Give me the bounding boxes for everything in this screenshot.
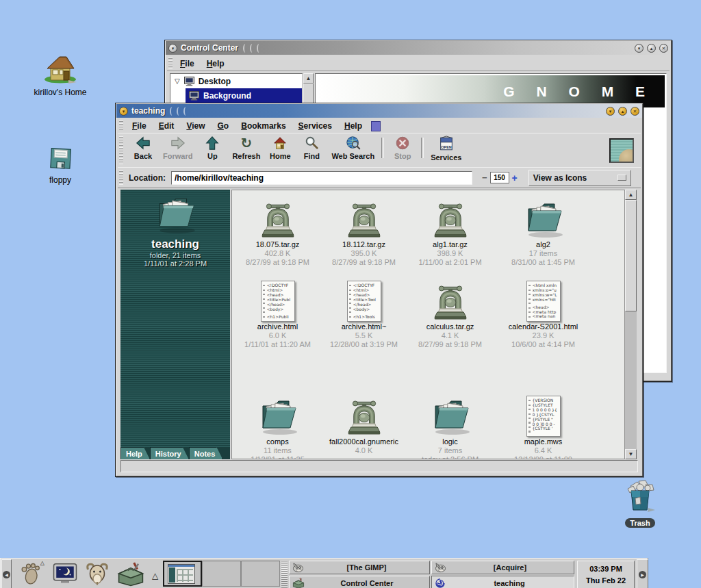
file-item[interactable]: 18.075.tar.gz 402.8 K 8/27/99 at 9:18 PM <box>235 197 320 267</box>
wilber-icon <box>435 563 446 573</box>
file-item[interactable]: <!DOCTYF <html> <head> <title>Tool </hea… <box>321 279 407 349</box>
menu-file[interactable]: File <box>126 119 153 133</box>
file-item[interactable]: <!DOCTYF <html> <head> <title>Publ </hea… <box>235 279 320 349</box>
maximize-button[interactable]: ▴ <box>618 107 627 116</box>
shade-button[interactable]: ▾ <box>635 44 643 53</box>
scroll-thumb[interactable] <box>625 200 637 311</box>
menu-bookmarks[interactable]: Bookmarks <box>235 119 292 133</box>
gnome-foot-icon <box>21 561 41 586</box>
desktop-icon-home[interactable]: kirillov's Home <box>19 52 101 97</box>
zoom-in-button[interactable]: + <box>512 172 518 183</box>
services-button[interactable]: OPEN Services <box>426 133 466 164</box>
workspace-3[interactable] <box>241 561 280 587</box>
desk-guide-pager[interactable] <box>163 561 280 587</box>
window-menu-icon[interactable]: ▾ <box>119 107 128 116</box>
menu-arrow-icon: △ <box>40 560 44 566</box>
workspace-thumbnail <box>168 564 195 584</box>
task-control-center[interactable]: Control Center <box>289 576 430 588</box>
toolbar-separator <box>421 138 424 158</box>
view-mode-dropdown[interactable]: View as Icons <box>528 170 631 186</box>
home-button[interactable]: Home <box>264 133 296 162</box>
wilber-icon <box>292 563 304 573</box>
file-item[interactable]: 18.112.tar.gz 395.0 K 8/27/99 at 9:18 PM <box>321 197 407 267</box>
close-button[interactable]: ✕ <box>630 107 639 116</box>
toolbar-grip[interactable] <box>119 136 123 164</box>
workspace-2[interactable] <box>202 561 241 587</box>
menu-edit[interactable]: Edit <box>153 119 181 133</box>
desktop-icon-floppy[interactable]: floppy <box>26 146 94 185</box>
workspace-1-active[interactable] <box>163 561 202 587</box>
zoom-out-button[interactable]: − <box>482 172 487 183</box>
refresh-button[interactable]: ↻ Refresh <box>228 133 264 162</box>
titlebar-stripes <box>243 44 262 53</box>
file-item[interactable]: alg2 17 items 8/31/00 at 1:45 PM <box>500 197 586 267</box>
control-center-launcher[interactable] <box>113 560 149 587</box>
location-label: Location: <box>129 173 166 183</box>
menu-services[interactable]: Services <box>292 119 338 133</box>
menubar-grip[interactable] <box>168 57 173 69</box>
nautilus-titlebar[interactable]: ▾ teaching ▾ ▴ ✕ <box>116 104 642 118</box>
scroll-down-button[interactable]: ▼ <box>625 449 637 459</box>
close-button[interactable]: ✕ <box>659 44 668 53</box>
scroll-up-button[interactable]: ▲ <box>625 190 637 200</box>
file-item[interactable]: alg1.tar.gz 398.9 K 1/11/00 at 2:01 PM <box>407 197 493 267</box>
task-gimp[interactable]: [The GIMP] <box>289 561 430 574</box>
screensaver-launcher[interactable] <box>50 560 80 587</box>
sidebar-folder-info: folder, 21 items <box>120 251 230 259</box>
control-center-titlebar[interactable]: ▾ Control Center ▾ ▴ ✕ <box>166 41 671 55</box>
desktop-icon-trash-label: Trash <box>625 518 654 528</box>
menu-help[interactable]: Help <box>201 57 231 71</box>
tree-item-desktop[interactable]: ▽ Desktop <box>170 74 302 88</box>
panel-handle[interactable] <box>281 560 288 588</box>
location-input[interactable] <box>171 171 472 185</box>
clock-applet[interactable]: 03:39 PM Thu Feb 22 <box>577 561 635 588</box>
gnome-banner-text: G N O M E <box>503 84 654 100</box>
sidebar-tab-notes[interactable]: Notes <box>189 447 223 459</box>
locationbar-grip[interactable] <box>119 170 123 185</box>
compressed-archive-icon <box>345 398 383 437</box>
file-item[interactable]: logic 7 items today at 2:56 PM <box>407 394 493 459</box>
tree-scroll-up[interactable]: ▲ <box>303 73 314 84</box>
gnu-launcher[interactable] <box>83 560 112 587</box>
file-item[interactable]: <html xmln xmlns:o="u xmlns:w="L xmlns="… <box>500 279 586 349</box>
sidebar-tab-history[interactable]: History <box>150 447 189 459</box>
sidebar-tab-help[interactable]: Help <box>120 447 150 459</box>
menu-go[interactable]: Go <box>212 119 235 133</box>
pager-arrow-icon[interactable]: △ <box>152 571 158 580</box>
tree-expander-icon[interactable]: ▽ <box>175 77 180 85</box>
find-button[interactable]: Find <box>296 133 327 162</box>
panel-hide-left-button[interactable]: ◀ <box>1 559 12 588</box>
menu-help[interactable]: Help <box>338 119 368 133</box>
task-teaching[interactable]: teaching <box>431 576 574 588</box>
shade-button[interactable]: ▾ <box>606 107 615 116</box>
sidebar-tabs: Help History Notes <box>120 447 230 459</box>
window-menu-icon[interactable]: ▾ <box>168 44 177 53</box>
status-bar <box>120 460 638 472</box>
stop-button[interactable]: Stop <box>387 133 418 162</box>
hide-right-arrow-icon: ▶ <box>639 571 646 578</box>
desktop-icon-trash[interactable]: Trash <box>609 479 671 528</box>
file-icon-view[interactable]: 18.075.tar.gz 402.8 K 8/27/99 at 9:18 PM… <box>231 190 624 459</box>
compressed-archive-icon <box>345 201 383 240</box>
menu-view[interactable]: View <box>180 119 211 133</box>
folder-icon <box>429 397 472 437</box>
menubar-grip[interactable] <box>119 120 123 131</box>
file-item[interactable]: {VERSION {USTYLET 1 0 0 0 0 }{ 0 }{CSTYL… <box>500 394 586 459</box>
up-button[interactable]: Up <box>196 133 228 162</box>
back-button[interactable]: Back <box>127 133 159 162</box>
main-scrollbar[interactable]: ▲ ▼ <box>624 190 637 459</box>
file-item[interactable]: calculus.tar.gz 4.1 K 8/27/99 at 9:18 PM <box>407 279 493 349</box>
main-menu-button[interactable]: △ <box>16 560 46 587</box>
tree-item-background[interactable]: Background <box>186 88 302 103</box>
up-arrow-icon <box>205 135 220 151</box>
forward-button[interactable]: Forward <box>159 133 196 162</box>
web-search-button[interactable]: Web Search <box>327 133 379 162</box>
nautilus-swirl-icon <box>435 578 445 588</box>
maximize-button[interactable]: ▴ <box>647 44 656 53</box>
file-item[interactable]: comps 11 items 1/12/01 at 11:25 <box>235 394 320 459</box>
task-acquire[interactable]: [Acquire] <box>431 561 574 574</box>
panel-hide-right-button[interactable]: ▶ <box>637 559 648 588</box>
file-item[interactable]: fall2000cal.gnumeric 4.0 K <box>321 394 407 455</box>
menu-file[interactable]: File <box>174 57 201 71</box>
desktop-icon-floppy-label: floppy <box>26 175 94 185</box>
